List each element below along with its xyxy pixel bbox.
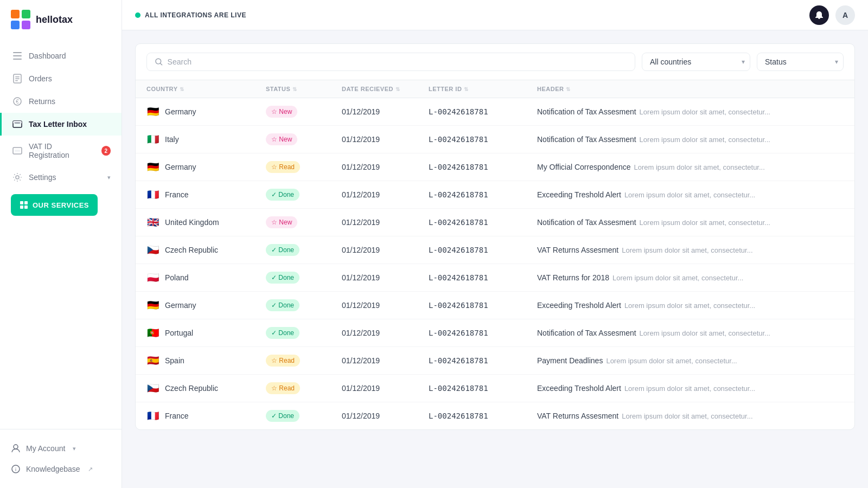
- header-preview: Lorem ipsum dolor sit amet, consectetur.…: [612, 274, 743, 282]
- country-name: Italy: [165, 135, 179, 144]
- table-row[interactable]: 🇬🇧 United Kingdom ☆ New 01/12/2019 L-002…: [136, 209, 854, 236]
- header-cell: Notification of Tax Assesment Lorem ipsu…: [537, 218, 844, 227]
- table-row[interactable]: 🇩🇪 Germany ☆ Read 01/12/2019 L-002426187…: [136, 153, 854, 181]
- header-cell: Payment Deadlines Lorem ipsum dolor sit …: [537, 356, 844, 365]
- table-row[interactable]: 🇵🇱 Poland ✓ Done 01/12/2019 L-0024261878…: [136, 264, 854, 292]
- date-cell: 01/12/2019: [342, 163, 429, 171]
- header-preview: Lorem ipsum dolor sit amet, consectetur.…: [624, 191, 755, 199]
- svg-rect-1: [22, 10, 30, 18]
- svg-rect-22: [24, 206, 28, 209]
- svg-rect-2: [11, 21, 20, 29]
- status-cell: ☆ New: [266, 106, 342, 118]
- date-cell: 01/12/2019: [342, 384, 429, 393]
- header-preview: Lorem ipsum dolor sit amet, consectetur.…: [622, 412, 752, 420]
- header-cell: Notification of Tax Assesment Lorem ipsu…: [537, 135, 844, 144]
- header-cell: Notification of Tax Assesment Lorem ipsu…: [537, 329, 844, 337]
- search-icon: [155, 57, 163, 66]
- country-cell: 🇫🇷 France: [146, 411, 266, 421]
- our-services-button[interactable]: OUR SERVICES: [11, 194, 98, 216]
- sort-header-icon: ⇅: [566, 86, 571, 92]
- table-row[interactable]: 🇩🇪 Germany ☆ New 01/12/2019 L-0024261878…: [136, 98, 854, 126]
- letter-id-cell: L-00242618781: [429, 301, 537, 310]
- status-cell: ✓ Done: [266, 327, 342, 339]
- col-date[interactable]: DATE RECIEVED ⇅: [342, 86, 429, 92]
- header-cell: Exceeding Treshold Alert Lorem ipsum dol…: [537, 301, 844, 310]
- header-title: Notification of Tax Assesment: [537, 135, 636, 144]
- country-name: Germany: [165, 163, 196, 171]
- date-cell: 01/12/2019: [342, 273, 429, 282]
- letter-id-cell: L-00242618781: [429, 329, 537, 337]
- table-row[interactable]: 🇫🇷 France ✓ Done 01/12/2019 L-0024261878…: [136, 402, 854, 429]
- svg-rect-15: [15, 123, 20, 124]
- col-letter-id[interactable]: LETTER ID ⇅: [429, 86, 537, 92]
- info-icon: i: [11, 464, 21, 474]
- country-name: Czech Republic: [165, 246, 218, 254]
- country-filter[interactable]: All countries Germany Italy France Unite…: [642, 53, 750, 71]
- date-cell: 01/12/2019: [342, 107, 429, 116]
- country-flag: 🇵🇹: [146, 328, 159, 338]
- country-name: Portugal: [165, 329, 193, 337]
- bell-icon: [814, 10, 824, 20]
- status-badge: ✓ Done: [266, 189, 299, 201]
- sidebar-item-knowledgebase[interactable]: i Knowledgebase ↗: [0, 459, 122, 479]
- country-name: Germany: [165, 301, 196, 310]
- svg-rect-8: [15, 76, 20, 78]
- search-input[interactable]: [168, 57, 627, 66]
- col-status[interactable]: STATUS ⇅: [266, 86, 342, 92]
- country-flag: 🇩🇪: [146, 162, 159, 172]
- status-badge: ✓ Done: [266, 244, 299, 256]
- vat-badge: 2: [101, 146, 111, 156]
- status-cell: ☆ Read: [266, 355, 342, 367]
- sidebar-item-tax-letter-inbox[interactable]: Tax Letter Inbox: [0, 113, 122, 136]
- knowledgebase-label: Knowledgebase: [26, 465, 80, 473]
- svg-rect-3: [22, 21, 30, 29]
- header-title: Notification of Tax Assesment: [537, 218, 636, 227]
- vat-icon: [12, 146, 22, 156]
- sidebar-item-dashboard[interactable]: Dashboard: [0, 44, 122, 67]
- table-row[interactable]: 🇫🇷 France ✓ Done 01/12/2019 L-0024261878…: [136, 181, 854, 209]
- table-row[interactable]: 🇵🇹 Portugal ✓ Done 01/12/2019 L-00242618…: [136, 319, 854, 347]
- table-row[interactable]: 🇪🇸 Spain ☆ Read 01/12/2019 L-00242618781…: [136, 347, 854, 375]
- header-cell: Notification of Tax Assesment Lorem ipsu…: [537, 107, 844, 116]
- sort-status-icon: ⇅: [292, 86, 297, 92]
- country-cell: 🇮🇹 Italy: [146, 134, 266, 144]
- sort-country-icon: ⇅: [180, 86, 184, 92]
- status-badge: ☆ Read: [266, 382, 300, 394]
- table-row[interactable]: 🇮🇹 Italy ☆ New 01/12/2019 L-00242618781 …: [136, 126, 854, 153]
- col-header[interactable]: HEADER ⇅: [537, 86, 844, 92]
- country-cell: 🇩🇪 Germany: [146, 107, 266, 117]
- header-preview: Lorem ipsum dolor sit amet, consectetur.…: [622, 246, 752, 254]
- sidebar-item-returns[interactable]: € Returns: [0, 90, 122, 113]
- sidebar-item-settings[interactable]: Settings ▾: [0, 166, 122, 189]
- sidebar-footer: My Account ▾ i Knowledgebase ↗: [0, 429, 122, 488]
- notifications-button[interactable]: [809, 5, 829, 25]
- header-title: Exceeding Treshold Alert: [537, 301, 621, 310]
- country-flag: 🇨🇿: [146, 245, 159, 255]
- col-country[interactable]: COUNTRY ⇅: [146, 86, 266, 92]
- country-name: Germany: [165, 107, 196, 116]
- sidebar-settings-label: Settings: [29, 173, 56, 182]
- header-preview: Lorem ipsum dolor sit amet, consectetur.…: [634, 163, 764, 171]
- status-filter[interactable]: Status New Read Done: [757, 53, 844, 71]
- status-cell: ✓ Done: [266, 189, 342, 201]
- sidebar-item-orders[interactable]: Orders: [0, 67, 122, 90]
- country-cell: 🇵🇱 Poland: [146, 273, 266, 282]
- avatar-button[interactable]: A: [835, 5, 855, 25]
- svg-rect-5: [13, 55, 22, 56]
- status-badge: ☆ Read: [266, 161, 300, 173]
- country-flag: 🇩🇪: [146, 300, 159, 310]
- my-account-chevron-icon: ▾: [73, 445, 76, 452]
- country-cell: 🇩🇪 Germany: [146, 300, 266, 310]
- sidebar-item-my-account[interactable]: My Account ▾: [0, 438, 122, 459]
- table-row[interactable]: 🇨🇿 Czech Republic ✓ Done 01/12/2019 L-00…: [136, 236, 854, 264]
- header-preview: Lorem ipsum dolor sit amet, consectetur.…: [606, 357, 737, 365]
- sidebar-item-vat-id-registration[interactable]: VAT ID Registration 2: [0, 136, 122, 166]
- country-flag: 🇪🇸: [146, 356, 159, 365]
- svg-rect-6: [13, 59, 22, 60]
- country-name: United Kingdom: [165, 218, 219, 227]
- table-row[interactable]: 🇩🇪 Germany ✓ Done 01/12/2019 L-002426187…: [136, 292, 854, 319]
- letter-id-cell: L-00242618781: [429, 384, 537, 393]
- table-row[interactable]: 🇨🇿 Czech Republic ☆ Read 01/12/2019 L-00…: [136, 375, 854, 402]
- inbox-icon: [12, 119, 22, 129]
- integration-status-label: ALL INTEGRATIONS ARE LIVE: [145, 11, 246, 19]
